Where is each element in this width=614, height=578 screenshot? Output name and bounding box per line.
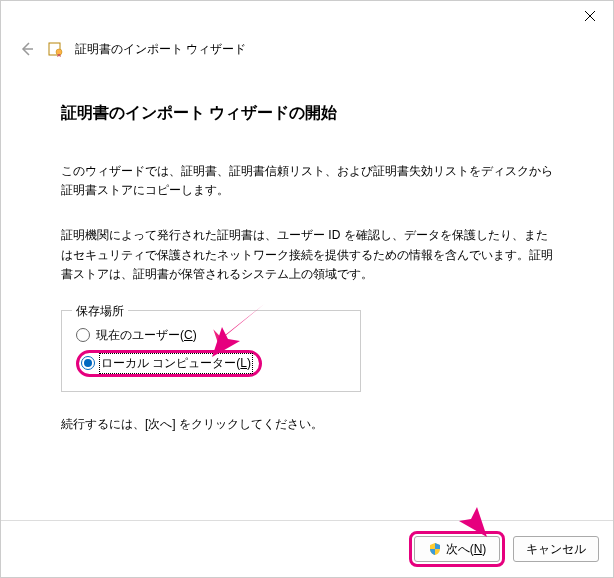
shield-icon [428, 542, 442, 556]
next-button[interactable]: 次へ(N) [414, 536, 500, 562]
annotation-highlight-radio: ローカル コンピューター(L) [76, 350, 262, 377]
annotation-highlight-next: 次へ(N) [409, 531, 505, 567]
footer: 次へ(N) キャンセル [1, 520, 613, 577]
continue-instruction: 続行するには、[次へ] をクリックしてください。 [61, 416, 553, 433]
radio-icon [81, 356, 95, 370]
close-button[interactable] [567, 1, 613, 31]
store-location-legend: 保存場所 [72, 303, 128, 320]
content-area: 証明書のインポート ウィザードの開始 このウィザードでは、証明書、証明書信頼リス… [1, 63, 613, 520]
radio-local-computer-label: ローカル コンピューター(L) [101, 355, 251, 372]
intro-paragraph-1: このウィザードでは、証明書、証明書信頼リスト、および証明書失効リストをディスクか… [61, 162, 553, 200]
close-icon [585, 11, 595, 21]
next-button-label: 次へ(N) [446, 541, 487, 558]
page-heading: 証明書のインポート ウィザードの開始 [61, 103, 553, 124]
titlebar [1, 1, 613, 31]
wizard-window: 証明書のインポート ウィザード 証明書のインポート ウィザードの開始 このウィザ… [0, 0, 614, 578]
back-arrow-icon [19, 41, 35, 57]
certificate-icon [47, 40, 65, 58]
cancel-button[interactable]: キャンセル [513, 536, 599, 562]
store-location-fieldset: 保存場所 現在のユーザー(C) ローカル コンピューター(L) [61, 310, 361, 392]
radio-local-computer[interactable]: ローカル コンピューター(L) [81, 355, 251, 372]
radio-current-user[interactable]: 現在のユーザー(C) [76, 327, 346, 344]
intro-paragraph-2: 証明機関によって発行された証明書は、ユーザー ID を確認し、データを保護したり… [61, 226, 553, 284]
window-title: 証明書のインポート ウィザード [75, 41, 246, 58]
radio-current-user-label: 現在のユーザー(C) [96, 327, 197, 344]
back-button[interactable] [17, 39, 37, 59]
header-row: 証明書のインポート ウィザード [1, 31, 613, 63]
radio-icon [76, 328, 90, 342]
